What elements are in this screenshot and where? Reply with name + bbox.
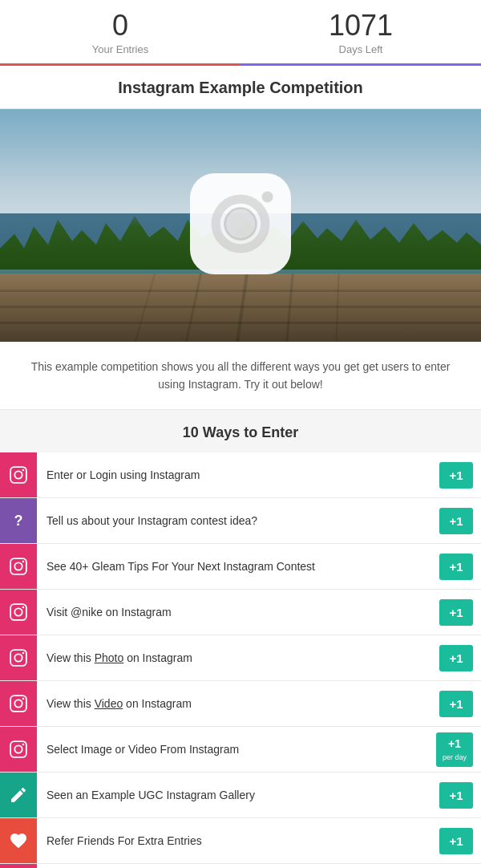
entry-badge: +1 — [439, 828, 473, 854]
entry-item[interactable]: ?Tell us about your Instagram contest id… — [0, 498, 481, 544]
svg-rect-19 — [10, 741, 26, 757]
entry-text: Select Image or Video From Instagram — [37, 734, 436, 766]
heart-icon — [9, 831, 28, 850]
svg-point-15 — [22, 652, 25, 655]
entry-list: Enter or Login using Instagram+1?Tell us… — [0, 452, 481, 868]
entry-badge: +1 — [439, 554, 473, 580]
entry-badge: +1 — [439, 782, 473, 809]
days-label: Days Left — [240, 43, 481, 55]
entry-icon-instagram — [0, 864, 37, 868]
svg-rect-7 — [10, 558, 26, 574]
svg-rect-16 — [10, 696, 26, 712]
description: This example competition shows you all t… — [0, 342, 481, 411]
svg-point-3 — [262, 191, 273, 202]
svg-point-14 — [14, 655, 22, 662]
entry-text: Refer Friends For Extra Entries — [37, 825, 439, 858]
entry-text: Tell us about your Instagram contest ide… — [37, 505, 439, 537]
instagram-icon — [8, 739, 29, 760]
entry-text: View this Video on Instagram — [37, 688, 439, 720]
entry-item[interactable]: View this Video on Instagram+1 — [0, 681, 481, 727]
svg-point-18 — [22, 698, 25, 700]
badge-sub: per day — [443, 753, 467, 761]
svg-rect-10 — [10, 604, 26, 620]
entry-item[interactable]: Visit @nike on Instagram+1 — [0, 590, 481, 635]
svg-point-20 — [14, 746, 22, 753]
svg-point-2 — [224, 208, 256, 239]
entry-badge: +1 — [439, 508, 473, 534]
hero-image — [0, 109, 481, 342]
entry-badge: +1per day — [436, 732, 473, 767]
ways-title: 10 Ways to Enter — [0, 424, 481, 441]
entry-badge: +1 — [439, 599, 473, 626]
svg-point-11 — [14, 609, 22, 616]
svg-point-21 — [22, 744, 25, 746]
svg-rect-4 — [10, 467, 26, 483]
entries-label: Your Entries — [0, 43, 240, 55]
question-icon: ? — [14, 513, 23, 529]
svg-point-5 — [14, 472, 22, 479]
entry-icon-heart — [0, 818, 37, 863]
entry-icon-instagram — [0, 727, 37, 772]
entry-icon-instagram — [0, 452, 37, 497]
entry-item[interactable]: Refer Friends For Extra Entries+1 — [0, 818, 481, 864]
entries-number: 0 — [0, 10, 240, 42]
entry-icon-instagram — [0, 635, 37, 680]
instagram-icon — [8, 556, 29, 577]
badge-plus: +1 — [443, 736, 467, 751]
svg-point-8 — [14, 563, 22, 570]
entry-item[interactable]: Seen an Example UGC Instagram Gallery+1 — [0, 773, 481, 818]
entry-text: Enter or Login using Instagram — [37, 460, 439, 492]
entry-item[interactable]: View this Photo on Instagram+1 — [0, 635, 481, 681]
entry-text: Visit @nike on Instagram — [37, 597, 439, 629]
entry-text: Seen an Example UGC Instagram Gallery — [37, 780, 439, 812]
entry-icon-question: ? — [0, 498, 37, 543]
instagram-overlay — [184, 168, 297, 283]
entries-stat: 0 Your Entries — [0, 0, 240, 66]
instagram-icon — [8, 602, 29, 623]
dock-line-1 — [0, 290, 481, 292]
ways-section: 10 Ways to Enter Enter or Login using In… — [0, 410, 481, 868]
instagram-icon — [8, 464, 29, 485]
entry-icon-instagram — [0, 544, 37, 589]
entry-badge: +1 — [439, 462, 473, 489]
svg-rect-13 — [10, 650, 26, 666]
entry-icon-instagram — [0, 681, 37, 726]
svg-point-17 — [14, 700, 22, 708]
entry-icon-instagram — [0, 590, 37, 635]
entry-badge: +1 — [439, 645, 473, 671]
stats-bar: 0 Your Entries 1071 Days Left — [0, 0, 481, 66]
instagram-icon — [8, 693, 29, 714]
svg-point-6 — [22, 469, 25, 472]
entry-text: View this Photo on Instagram — [37, 643, 439, 675]
pen-icon — [9, 785, 28, 805]
entry-item[interactable]: See 40+ Gleam Tips For Your Next Instagr… — [0, 544, 481, 590]
entry-text: See 40+ Gleam Tips For Your Next Instagr… — [37, 551, 439, 583]
entry-item[interactable]: Select Image or Video From Instagram+1pe… — [0, 727, 481, 773]
svg-point-9 — [22, 561, 25, 563]
days-number: 1071 — [240, 10, 481, 42]
svg-point-12 — [22, 606, 25, 609]
entry-badge: +1 — [439, 691, 473, 717]
competition-title: Instagram Example Competition — [0, 66, 481, 109]
dock — [0, 274, 481, 342]
entry-icon-pen — [0, 773, 37, 817]
instagram-icon — [8, 647, 29, 668]
instagram-large-icon — [184, 168, 297, 280]
days-stat: 1071 Days Left — [240, 0, 481, 66]
entry-item[interactable]: Enter or Login using Instagram+1 — [0, 452, 481, 498]
entry-item[interactable]: Signup & Build a Campaign Like This+1 — [0, 864, 481, 868]
